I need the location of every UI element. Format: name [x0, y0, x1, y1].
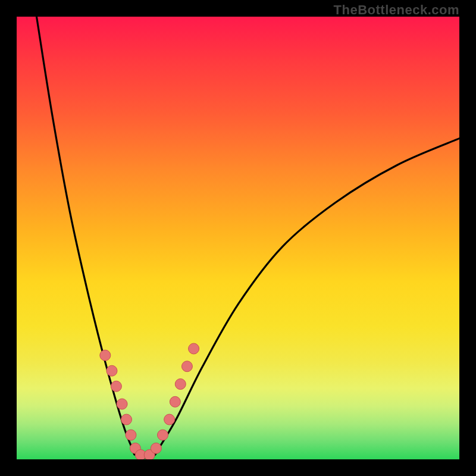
data-marker	[117, 399, 127, 409]
data-marker	[111, 381, 121, 392]
data-marker	[151, 443, 161, 453]
plot-area	[17, 17, 459, 459]
data-marker	[170, 396, 180, 407]
data-marker	[164, 414, 175, 425]
data-marker	[175, 379, 186, 390]
data-marker	[181, 361, 192, 372]
data-marker	[130, 443, 140, 453]
data-marker	[107, 365, 117, 376]
chart-frame: TheBottleneck.com	[0, 0, 476, 476]
bottleneck-curve	[17, 17, 459, 459]
data-marker	[121, 414, 132, 425]
attribution-text: TheBottleneck.com	[334, 2, 459, 18]
data-marker	[126, 430, 136, 440]
data-marker	[135, 450, 146, 459]
data-marker	[100, 350, 111, 361]
data-marker	[144, 450, 155, 459]
data-marker	[189, 343, 199, 354]
data-marker	[158, 430, 168, 440]
